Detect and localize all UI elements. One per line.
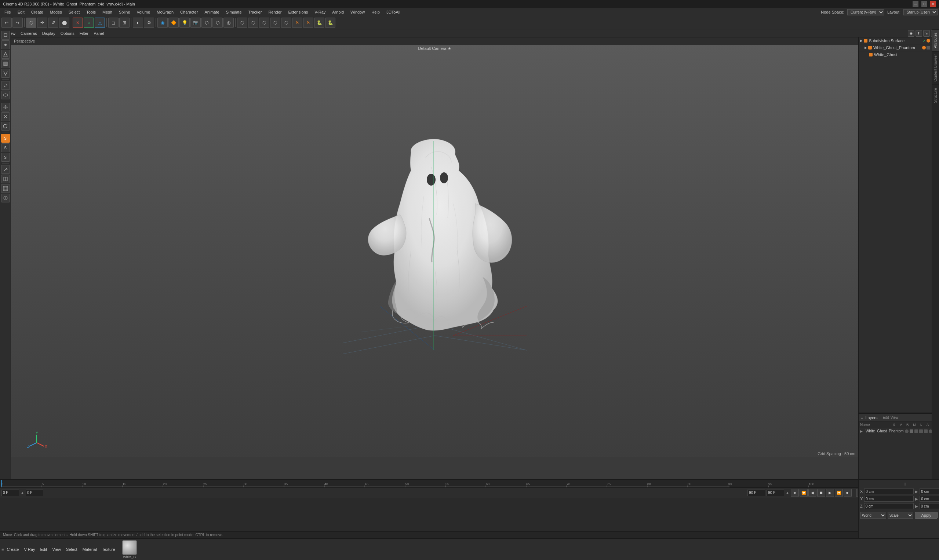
viewport-menu-cameras[interactable]: Cameras xyxy=(19,31,39,36)
lt-grid2[interactable] xyxy=(1,194,10,202)
frame-arrow-2[interactable]: ▲ xyxy=(786,491,789,495)
tb-cube[interactable]: 🔶 xyxy=(168,18,179,28)
coord-z-arrow[interactable]: ▶ xyxy=(915,504,918,508)
lt-brush2[interactable]: S xyxy=(1,143,10,152)
tb-grid[interactable]: ⬡ xyxy=(202,18,212,28)
lt-loop[interactable] xyxy=(1,175,10,183)
viewport-icon-3[interactable]: ↘ xyxy=(923,30,930,37)
tb-vis2[interactable]: ⬡ xyxy=(259,18,269,28)
play-button[interactable]: ▶ xyxy=(826,489,834,497)
obj-row-ghost[interactable]: White_Ghost xyxy=(859,51,932,58)
menu-mesh[interactable]: Mesh xyxy=(99,9,115,15)
menu-vray[interactable]: V-Ray xyxy=(311,9,328,15)
mat-menu-vray[interactable]: V-Ray xyxy=(22,546,37,552)
undo-button[interactable]: ↩ xyxy=(2,18,12,28)
tb-sphere[interactable]: ◉ xyxy=(157,18,168,28)
menu-tools[interactable]: Tools xyxy=(83,9,99,15)
rotate-tool-button[interactable]: ↺ xyxy=(48,18,59,28)
obj-lock-icon[interactable] xyxy=(927,46,930,49)
current-frame-input[interactable]: 0 F xyxy=(26,489,43,496)
viewport-menu-filter[interactable]: Filter xyxy=(77,31,91,36)
z-axis-button[interactable]: △ xyxy=(95,18,105,28)
coord-y2-input[interactable] xyxy=(919,496,939,502)
coord-scale-select[interactable]: Scale xyxy=(888,512,914,518)
mat-menu-view[interactable]: View xyxy=(50,546,63,552)
menu-mograph[interactable]: MoGraph xyxy=(154,9,176,15)
obj-row-subdivision[interactable]: ▶ Subdivision Surface ✓ xyxy=(859,37,932,45)
go-end-button[interactable]: ⏭ xyxy=(843,489,852,497)
select-tool-button[interactable]: ⬡ xyxy=(26,18,36,28)
viewport-menu-options[interactable]: Options xyxy=(59,31,77,36)
frame-arrow-up[interactable]: ▲ xyxy=(20,491,24,495)
minimize-button[interactable]: — xyxy=(913,1,919,7)
lt-brush3[interactable]: S xyxy=(1,153,10,162)
obj-visibility-dot-2[interactable] xyxy=(922,46,926,49)
layer-flag-r[interactable] xyxy=(914,429,918,433)
coord-y-arrow[interactable]: ▶ xyxy=(915,497,918,501)
menu-help[interactable]: Help xyxy=(369,9,383,15)
lt-live-selection[interactable] xyxy=(1,81,10,90)
redo-button[interactable]: ↪ xyxy=(12,18,23,28)
mat-menu-select[interactable]: Select xyxy=(64,546,80,552)
menu-render[interactable]: Render xyxy=(265,9,284,15)
lt-mode-polygons[interactable] xyxy=(1,59,10,68)
lt-knife[interactable] xyxy=(1,165,10,174)
coord-x-input[interactable] xyxy=(864,488,914,494)
vtab-content-browser[interactable]: Content Browser xyxy=(932,51,939,85)
node-space-select[interactable]: Current (V-Ray) xyxy=(847,9,884,15)
tb-scene[interactable]: ⬡ xyxy=(281,18,291,28)
menu-file[interactable]: File xyxy=(2,9,14,15)
material-menu-icon[interactable]: ≡ xyxy=(2,547,4,552)
lt-rect-selection[interactable] xyxy=(1,91,10,99)
menu-extensions[interactable]: Extensions xyxy=(285,9,311,15)
menu-spline[interactable]: Spline xyxy=(116,9,133,15)
new-object-button[interactable]: ◻ xyxy=(108,18,119,28)
tb-camera[interactable]: 📷 xyxy=(190,18,201,28)
obj-expand-icon[interactable]: ▶ xyxy=(860,39,864,43)
render-settings-button[interactable]: ⏵ xyxy=(133,18,143,28)
viewport-content[interactable]: Default Camera ★ xyxy=(11,45,858,457)
tb-py2[interactable]: 🐍 xyxy=(325,18,335,28)
mat-menu-texture[interactable]: Texture xyxy=(100,546,117,552)
lt-rotate[interactable] xyxy=(1,122,10,131)
layout-select[interactable]: Startup (User) xyxy=(904,9,937,15)
layer-flag-m[interactable] xyxy=(919,429,923,433)
mat-menu-edit[interactable]: Edit xyxy=(38,546,49,552)
viewport-menu-panel[interactable]: Panel xyxy=(91,31,106,36)
viewport-menu-display[interactable]: Display xyxy=(40,31,58,36)
coord-x2-input[interactable] xyxy=(919,488,939,494)
lt-move[interactable] xyxy=(1,103,10,111)
menu-tracker[interactable]: Tracker xyxy=(245,9,265,15)
apply-button[interactable]: Apply xyxy=(915,512,937,518)
menu-arnold[interactable]: Arnold xyxy=(329,9,347,15)
step-back-button[interactable]: ◀ xyxy=(808,489,816,497)
stop-button[interactable]: ⏹ xyxy=(817,489,825,497)
menu-simulate[interactable]: Simulate xyxy=(223,9,245,15)
vtab-attributes[interactable]: Attributes xyxy=(932,29,939,51)
menu-modes[interactable]: Modes xyxy=(47,9,65,15)
viewport-icon-1[interactable]: ◉ xyxy=(908,30,914,37)
prev-key-button[interactable]: ⏪ xyxy=(800,489,808,497)
go-start-button[interactable]: ⏮ xyxy=(791,489,799,497)
menu-window[interactable]: Window xyxy=(347,9,368,15)
lt-mode-object[interactable] xyxy=(1,31,10,40)
obj-visibility-dot[interactable] xyxy=(927,39,930,43)
x-axis-button[interactable]: ✕ xyxy=(72,18,83,28)
mat-menu-create[interactable]: Create xyxy=(5,546,21,552)
scale-tool-button[interactable]: ⬤ xyxy=(59,18,69,28)
current-frame-display[interactable]: 0 F xyxy=(2,489,19,496)
lt-mode-points[interactable] xyxy=(1,40,10,49)
layer-flag-s[interactable] xyxy=(905,429,908,433)
tb-vray2[interactable]: S xyxy=(303,18,313,28)
coord-space-select[interactable]: World Object Local xyxy=(860,512,886,518)
layers-menu-icon[interactable]: ≡ xyxy=(861,415,863,420)
vtab-structure[interactable]: Structure xyxy=(932,85,939,106)
layer-flag-v[interactable] xyxy=(910,429,913,433)
layer-row-phantom[interactable]: ▶ White_Ghost_Phantom xyxy=(859,428,932,434)
layers-tab-edit[interactable]: Edit xyxy=(882,415,889,420)
menu-animate[interactable]: Animate xyxy=(202,9,222,15)
tb-deform[interactable]: ⬡ xyxy=(213,18,223,28)
coord-y-input[interactable] xyxy=(864,496,914,502)
lt-scale[interactable] xyxy=(1,112,10,121)
y-axis-button[interactable]: ○ xyxy=(84,18,94,28)
